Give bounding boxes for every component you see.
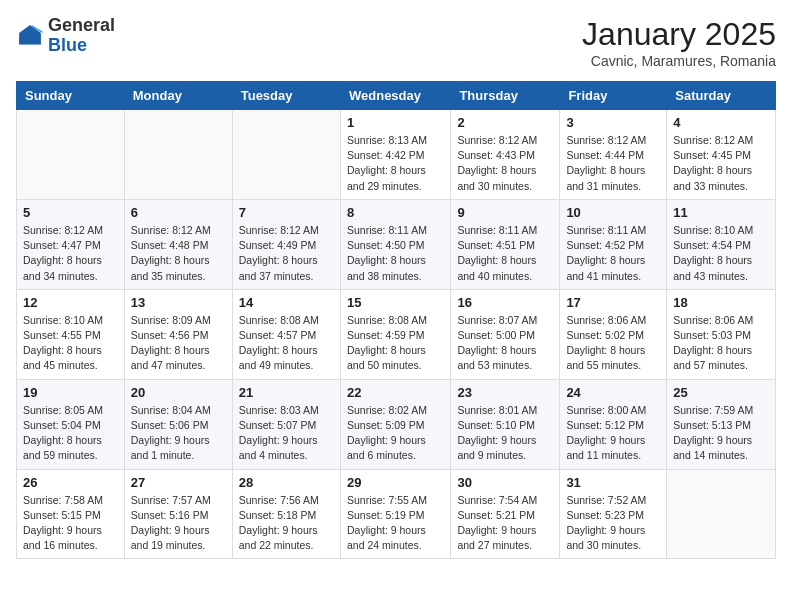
calendar-cell: 1Sunrise: 8:13 AM Sunset: 4:42 PM Daylig… [340, 110, 450, 200]
day-number: 16 [457, 295, 553, 310]
day-info: Sunrise: 8:08 AM Sunset: 4:59 PM Dayligh… [347, 313, 444, 374]
day-number: 8 [347, 205, 444, 220]
location-subtitle: Cavnic, Maramures, Romania [582, 53, 776, 69]
day-number: 20 [131, 385, 226, 400]
logo-blue: Blue [48, 35, 87, 55]
calendar-cell: 25Sunrise: 7:59 AM Sunset: 5:13 PM Dayli… [667, 379, 776, 469]
calendar-cell [232, 110, 340, 200]
calendar-cell: 26Sunrise: 7:58 AM Sunset: 5:15 PM Dayli… [17, 469, 125, 559]
weekday-header-monday: Monday [124, 82, 232, 110]
day-info: Sunrise: 8:10 AM Sunset: 4:54 PM Dayligh… [673, 223, 769, 284]
day-number: 28 [239, 475, 334, 490]
calendar-cell: 15Sunrise: 8:08 AM Sunset: 4:59 PM Dayli… [340, 289, 450, 379]
calendar-cell [124, 110, 232, 200]
day-number: 22 [347, 385, 444, 400]
day-number: 10 [566, 205, 660, 220]
calendar-cell: 5Sunrise: 8:12 AM Sunset: 4:47 PM Daylig… [17, 199, 125, 289]
day-info: Sunrise: 7:58 AM Sunset: 5:15 PM Dayligh… [23, 493, 118, 554]
day-info: Sunrise: 7:52 AM Sunset: 5:23 PM Dayligh… [566, 493, 660, 554]
day-number: 12 [23, 295, 118, 310]
calendar-cell: 13Sunrise: 8:09 AM Sunset: 4:56 PM Dayli… [124, 289, 232, 379]
day-number: 6 [131, 205, 226, 220]
calendar-cell: 14Sunrise: 8:08 AM Sunset: 4:57 PM Dayli… [232, 289, 340, 379]
logo-general: General [48, 15, 115, 35]
day-number: 11 [673, 205, 769, 220]
day-number: 7 [239, 205, 334, 220]
day-number: 29 [347, 475, 444, 490]
calendar-cell: 29Sunrise: 7:55 AM Sunset: 5:19 PM Dayli… [340, 469, 450, 559]
calendar-cell [667, 469, 776, 559]
calendar-cell: 10Sunrise: 8:11 AM Sunset: 4:52 PM Dayli… [560, 199, 667, 289]
weekday-header-thursday: Thursday [451, 82, 560, 110]
calendar-cell: 12Sunrise: 8:10 AM Sunset: 4:55 PM Dayli… [17, 289, 125, 379]
day-number: 18 [673, 295, 769, 310]
day-info: Sunrise: 8:01 AM Sunset: 5:10 PM Dayligh… [457, 403, 553, 464]
calendar-cell: 30Sunrise: 7:54 AM Sunset: 5:21 PM Dayli… [451, 469, 560, 559]
day-info: Sunrise: 8:08 AM Sunset: 4:57 PM Dayligh… [239, 313, 334, 374]
calendar-header: SundayMondayTuesdayWednesdayThursdayFrid… [17, 82, 776, 110]
week-row-2: 5Sunrise: 8:12 AM Sunset: 4:47 PM Daylig… [17, 199, 776, 289]
month-title: January 2025 [582, 16, 776, 53]
day-number: 4 [673, 115, 769, 130]
weekday-header-saturday: Saturday [667, 82, 776, 110]
calendar-cell: 19Sunrise: 8:05 AM Sunset: 5:04 PM Dayli… [17, 379, 125, 469]
day-number: 26 [23, 475, 118, 490]
svg-marker-0 [19, 25, 41, 44]
day-info: Sunrise: 8:02 AM Sunset: 5:09 PM Dayligh… [347, 403, 444, 464]
day-number: 24 [566, 385, 660, 400]
day-number: 17 [566, 295, 660, 310]
calendar-cell: 7Sunrise: 8:12 AM Sunset: 4:49 PM Daylig… [232, 199, 340, 289]
week-row-1: 1Sunrise: 8:13 AM Sunset: 4:42 PM Daylig… [17, 110, 776, 200]
page-header: General Blue January 2025 Cavnic, Maramu… [16, 16, 776, 69]
calendar-cell: 8Sunrise: 8:11 AM Sunset: 4:50 PM Daylig… [340, 199, 450, 289]
weekday-header-sunday: Sunday [17, 82, 125, 110]
calendar-cell: 16Sunrise: 8:07 AM Sunset: 5:00 PM Dayli… [451, 289, 560, 379]
day-info: Sunrise: 8:12 AM Sunset: 4:47 PM Dayligh… [23, 223, 118, 284]
day-number: 2 [457, 115, 553, 130]
day-info: Sunrise: 8:03 AM Sunset: 5:07 PM Dayligh… [239, 403, 334, 464]
day-info: Sunrise: 8:00 AM Sunset: 5:12 PM Dayligh… [566, 403, 660, 464]
calendar-cell: 23Sunrise: 8:01 AM Sunset: 5:10 PM Dayli… [451, 379, 560, 469]
svg-rect-2 [19, 42, 41, 44]
day-info: Sunrise: 8:06 AM Sunset: 5:02 PM Dayligh… [566, 313, 660, 374]
day-number: 19 [23, 385, 118, 400]
day-info: Sunrise: 8:12 AM Sunset: 4:44 PM Dayligh… [566, 133, 660, 194]
day-info: Sunrise: 8:11 AM Sunset: 4:50 PM Dayligh… [347, 223, 444, 284]
calendar-cell: 11Sunrise: 8:10 AM Sunset: 4:54 PM Dayli… [667, 199, 776, 289]
weekday-header-wednesday: Wednesday [340, 82, 450, 110]
calendar-cell: 21Sunrise: 8:03 AM Sunset: 5:07 PM Dayli… [232, 379, 340, 469]
week-row-3: 12Sunrise: 8:10 AM Sunset: 4:55 PM Dayli… [17, 289, 776, 379]
day-number: 25 [673, 385, 769, 400]
calendar-body: 1Sunrise: 8:13 AM Sunset: 4:42 PM Daylig… [17, 110, 776, 559]
weekday-header-tuesday: Tuesday [232, 82, 340, 110]
day-info: Sunrise: 8:09 AM Sunset: 4:56 PM Dayligh… [131, 313, 226, 374]
calendar-cell: 28Sunrise: 7:56 AM Sunset: 5:18 PM Dayli… [232, 469, 340, 559]
weekday-header-row: SundayMondayTuesdayWednesdayThursdayFrid… [17, 82, 776, 110]
day-info: Sunrise: 7:59 AM Sunset: 5:13 PM Dayligh… [673, 403, 769, 464]
calendar-cell [17, 110, 125, 200]
day-info: Sunrise: 8:10 AM Sunset: 4:55 PM Dayligh… [23, 313, 118, 374]
calendar-cell: 27Sunrise: 7:57 AM Sunset: 5:16 PM Dayli… [124, 469, 232, 559]
day-info: Sunrise: 7:54 AM Sunset: 5:21 PM Dayligh… [457, 493, 553, 554]
day-info: Sunrise: 7:55 AM Sunset: 5:19 PM Dayligh… [347, 493, 444, 554]
day-info: Sunrise: 8:12 AM Sunset: 4:49 PM Dayligh… [239, 223, 334, 284]
day-number: 13 [131, 295, 226, 310]
calendar-cell: 24Sunrise: 8:00 AM Sunset: 5:12 PM Dayli… [560, 379, 667, 469]
day-number: 1 [347, 115, 444, 130]
day-number: 14 [239, 295, 334, 310]
day-info: Sunrise: 8:12 AM Sunset: 4:45 PM Dayligh… [673, 133, 769, 194]
calendar-cell: 3Sunrise: 8:12 AM Sunset: 4:44 PM Daylig… [560, 110, 667, 200]
day-number: 31 [566, 475, 660, 490]
day-info: Sunrise: 8:11 AM Sunset: 4:51 PM Dayligh… [457, 223, 553, 284]
day-info: Sunrise: 8:04 AM Sunset: 5:06 PM Dayligh… [131, 403, 226, 464]
calendar-cell: 31Sunrise: 7:52 AM Sunset: 5:23 PM Dayli… [560, 469, 667, 559]
logo-icon [16, 22, 44, 50]
logo: General Blue [16, 16, 115, 56]
day-info: Sunrise: 7:56 AM Sunset: 5:18 PM Dayligh… [239, 493, 334, 554]
week-row-4: 19Sunrise: 8:05 AM Sunset: 5:04 PM Dayli… [17, 379, 776, 469]
day-info: Sunrise: 7:57 AM Sunset: 5:16 PM Dayligh… [131, 493, 226, 554]
week-row-5: 26Sunrise: 7:58 AM Sunset: 5:15 PM Dayli… [17, 469, 776, 559]
day-number: 15 [347, 295, 444, 310]
calendar-table: SundayMondayTuesdayWednesdayThursdayFrid… [16, 81, 776, 559]
calendar-cell: 17Sunrise: 8:06 AM Sunset: 5:02 PM Dayli… [560, 289, 667, 379]
